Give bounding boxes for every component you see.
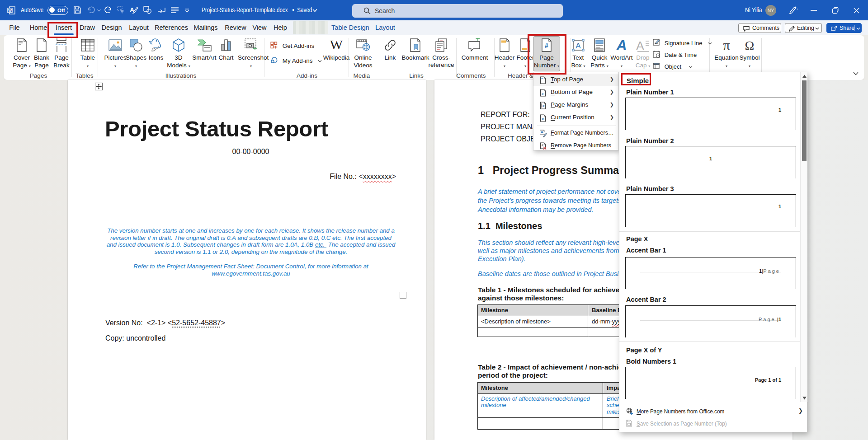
svg-text:#: # (542, 144, 543, 147)
svg-text:Ω: Ω (745, 38, 755, 52)
svg-text:W: W (330, 38, 343, 52)
svg-text:A: A (636, 39, 644, 52)
svg-text:π: π (723, 38, 730, 52)
svg-text:A: A (576, 42, 581, 50)
svg-text:A: A (616, 38, 627, 52)
svg-text:W: W (8, 8, 12, 13)
